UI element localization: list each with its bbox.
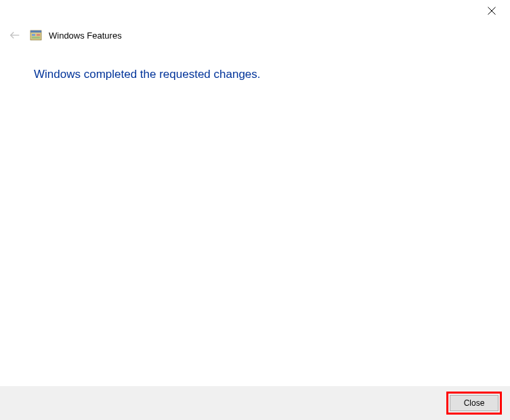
svg-rect-6 xyxy=(37,34,40,36)
svg-rect-5 xyxy=(32,34,35,36)
back-button xyxy=(7,27,23,43)
back-arrow-icon xyxy=(9,29,21,41)
status-message: Windows completed the requested changes. xyxy=(34,68,476,81)
content-area: Windows completed the requested changes. xyxy=(0,50,510,99)
svg-rect-7 xyxy=(32,37,40,39)
app-icon xyxy=(30,29,42,41)
close-button-highlight: Close xyxy=(446,392,502,415)
titlebar xyxy=(0,0,510,22)
close-button[interactable]: Close xyxy=(450,395,498,411)
footer: Close xyxy=(0,386,510,420)
window-close-button[interactable] xyxy=(476,0,507,22)
window-title: Windows Features xyxy=(49,30,122,41)
svg-rect-4 xyxy=(30,30,41,33)
close-icon xyxy=(488,7,496,15)
header: Windows Features xyxy=(0,22,510,50)
